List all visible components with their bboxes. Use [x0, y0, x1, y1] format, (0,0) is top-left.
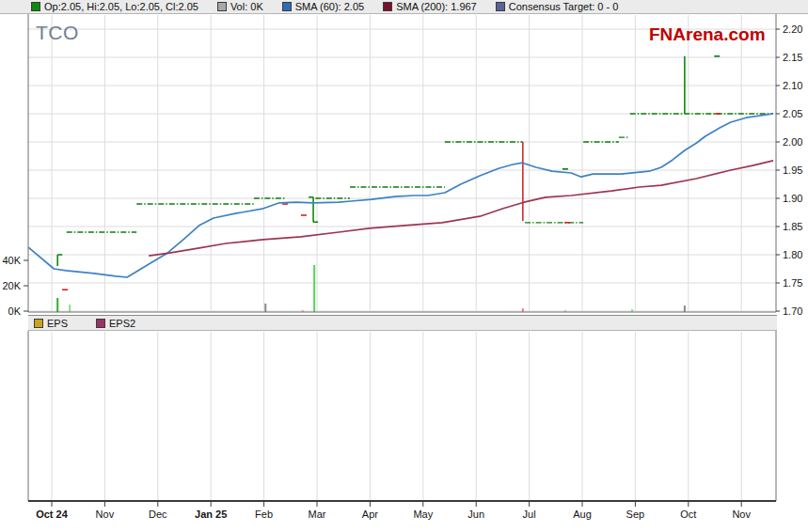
series-line-1: [149, 161, 773, 256]
eps-legend-color-swatch: [34, 319, 43, 328]
svg-text:20K: 20K: [2, 280, 21, 291]
svg-text:0K: 0K: [8, 305, 22, 317]
eps-legend-label: EPS: [47, 318, 68, 329]
svg-text:1.80: 1.80: [783, 249, 802, 260]
svg-text:Jan 25: Jan 25: [195, 509, 227, 520]
eps-legend-item: EPS: [34, 318, 68, 329]
price-bars: [57, 56, 685, 266]
svg-text:2.00: 2.00: [783, 136, 802, 148]
svg-text:1.75: 1.75: [783, 277, 802, 289]
svg-text:2.05: 2.05: [783, 108, 802, 119]
svg-text:2.20: 2.20: [783, 23, 802, 35]
svg-text:1.85: 1.85: [783, 221, 802, 232]
eps-legend-label: EPS2: [109, 318, 135, 329]
svg-text:1.70: 1.70: [783, 305, 802, 317]
svg-text:Jun: Jun: [467, 509, 484, 520]
price-chart-canvas: 2.202.152.102.052.001.951.901.851.801.75…: [0, 0, 808, 532]
svg-text:Feb: Feb: [255, 509, 273, 520]
svg-text:Oct 24: Oct 24: [36, 509, 69, 520]
svg-text:2.15: 2.15: [783, 52, 802, 63]
axis-labels: 2.202.152.102.052.001.951.901.851.801.75…: [2, 23, 802, 520]
ticker-symbol: TCO: [36, 22, 79, 44]
consensus-target-line: [67, 114, 773, 232]
volume-bars: [57, 265, 685, 312]
svg-text:Aug: Aug: [573, 509, 592, 520]
svg-text:1.90: 1.90: [783, 193, 802, 204]
svg-text:2.10: 2.10: [783, 80, 802, 91]
eps-legend-bar: EPSEPS2: [28, 315, 777, 331]
svg-text:1.95: 1.95: [783, 164, 802, 176]
fnarena-watermark: FNArena.com: [649, 24, 766, 45]
svg-text:Nov: Nov: [732, 509, 751, 520]
eps-legend-item: EPS2: [96, 318, 135, 329]
svg-text:Oct: Oct: [680, 509, 696, 520]
stock-chart-window: Op:2.05, Hi:2.05, Lo:2.05, Cl:2.05Vol: 0…: [0, 0, 808, 532]
svg-text:Nov: Nov: [96, 509, 115, 520]
panel-borders: [28, 14, 776, 501]
svg-text:Jul: Jul: [523, 509, 536, 520]
svg-text:Mar: Mar: [309, 509, 326, 520]
svg-text:40K: 40K: [2, 255, 21, 266]
svg-text:Dec: Dec: [149, 509, 167, 520]
series-line-0: [28, 114, 773, 277]
eps-legend-color-swatch: [96, 319, 105, 328]
svg-text:Sep: Sep: [626, 509, 645, 520]
svg-text:Apr: Apr: [362, 509, 378, 520]
gridlines: [28, 15, 776, 500]
svg-text:May: May: [413, 509, 433, 520]
